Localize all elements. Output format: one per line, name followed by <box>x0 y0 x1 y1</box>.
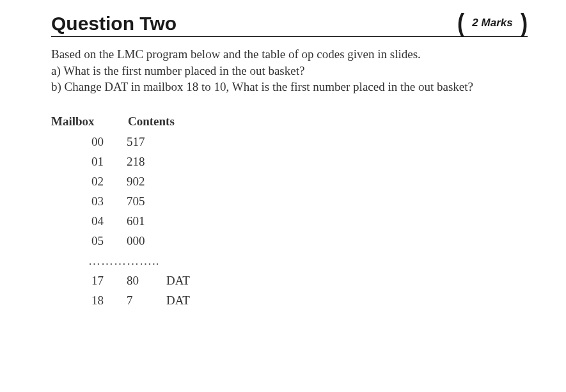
cell-contents: 218 <box>104 155 155 169</box>
marks-box: ( 2 Marks ) <box>457 15 528 32</box>
table-row: 00 517 <box>51 135 528 149</box>
table-row: 04 601 <box>51 214 528 228</box>
question-header: Question Two ( 2 Marks ) <box>51 13 528 37</box>
cell-mailbox: 00 <box>51 135 104 149</box>
cell-contents: 517 <box>104 135 155 149</box>
cell-contents: 80 <box>104 274 155 288</box>
table-row: 02 902 <box>51 175 528 189</box>
header-contents: Contents <box>128 114 205 129</box>
cell-mailbox: 05 <box>51 234 104 248</box>
table-row: 05 000 <box>51 234 528 248</box>
prompt-part-a: a) What is the first number placed in th… <box>51 63 528 79</box>
prompt-intro: Based on the LMC program below and the t… <box>51 46 528 63</box>
table-row: 01 218 <box>51 155 528 169</box>
cell-mailbox: 17 <box>51 274 104 288</box>
cell-contents: 601 <box>104 214 155 228</box>
table-row: 17 80 DAT <box>51 274 528 288</box>
cell-mailbox: 18 <box>51 294 104 308</box>
cell-dat: DAT <box>155 294 206 308</box>
table-row: 03 705 <box>51 194 528 208</box>
cell-mailbox: 03 <box>51 194 104 208</box>
lmc-table: Mailbox Contents 00 517 01 218 02 902 03… <box>51 114 528 308</box>
cell-contents: 7 <box>104 294 155 308</box>
cell-mailbox: 04 <box>51 214 104 228</box>
bracket-left: ( <box>457 13 464 34</box>
table-header-row: Mailbox Contents <box>51 114 528 129</box>
question-title: Question Two <box>51 13 177 35</box>
cell-contents: 000 <box>104 234 155 248</box>
cell-contents: 705 <box>104 194 155 208</box>
cell-mailbox: 02 <box>51 175 104 189</box>
table-row: 18 7 DAT <box>51 294 528 308</box>
prompt-part-b: b) Change DAT in mailbox 18 to 10, What … <box>51 79 528 95</box>
header-mailbox: Mailbox <box>51 114 128 129</box>
cell-contents: 902 <box>104 175 155 189</box>
marks-text: 2 Marks <box>469 17 515 29</box>
question-prompt: Based on the LMC program below and the t… <box>51 46 528 95</box>
cell-dat: DAT <box>155 274 206 288</box>
cell-mailbox: 01 <box>51 155 104 169</box>
ellipsis-row: …………….. <box>51 254 528 268</box>
bracket-right: ) <box>521 13 528 34</box>
